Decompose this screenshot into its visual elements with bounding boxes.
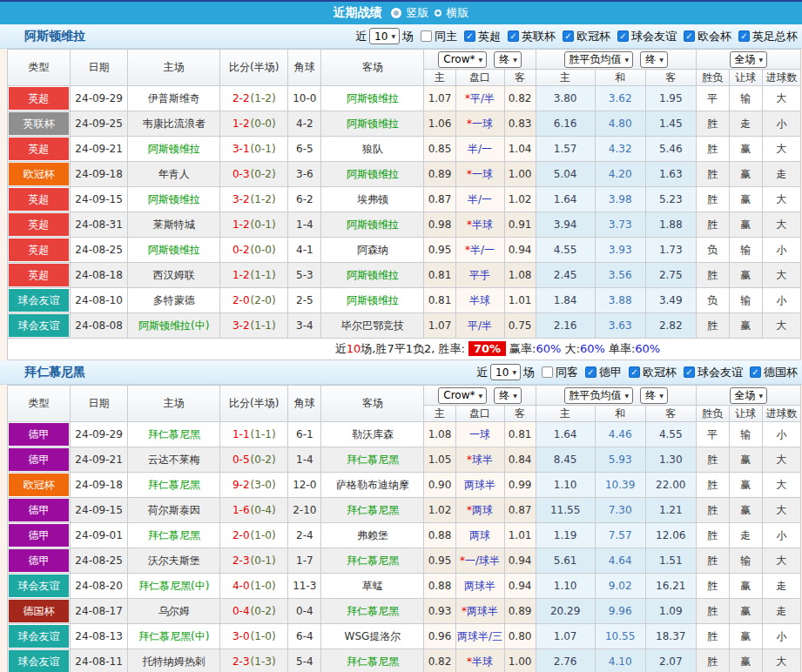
col-away-team: 阿森纳 <box>321 238 424 263</box>
col-handicap: *半/一 <box>455 238 504 263</box>
col-corner: 5-4 <box>288 649 321 672</box>
handicap-text: 平/半 <box>470 92 495 104</box>
match-count-select[interactable]: 10▼ <box>369 28 400 44</box>
league-label: 英足总杯 <box>752 29 798 44</box>
col-handicap: *半球 <box>455 649 504 672</box>
col-goals-result: 大 <box>762 548 800 574</box>
col-competition: 球会友谊 <box>8 649 71 672</box>
fulltime-score: 3-1 <box>233 143 250 155</box>
summary-segment: 60% <box>536 342 561 355</box>
same-venue-checkbox[interactable] <box>421 30 432 42</box>
col-crow-home-odds: 0.87 <box>424 187 455 212</box>
col-handicap-result: 赢 <box>729 498 762 523</box>
col-corner: 10-0 <box>288 86 321 111</box>
col-away-team: WSG提洛尔 <box>321 624 424 649</box>
avg-odds-select[interactable]: 胜平负均值▼ <box>564 387 634 404</box>
col-corner: 0-4 <box>288 599 321 624</box>
col-handicap: 一球 <box>455 422 504 447</box>
col-avg-draw: 3.73 <box>595 212 645 238</box>
th-avg-draw: 和 <box>595 406 645 422</box>
match-count-select[interactable]: 10▼ <box>490 364 521 380</box>
fulltime-score: 2-0 <box>233 294 250 306</box>
col-avg-home: 1.10 <box>536 473 595 498</box>
league-checkbox[interactable]: ✓ <box>464 30 475 42</box>
league-checkbox[interactable]: ✓ <box>629 366 640 378</box>
match-row: 德国杯24-08-17乌尔姆0-4(0-2)0-4拜仁慕尼黑0.93*两球半0.… <box>8 599 801 624</box>
col-crow-away-odds: 1.02 <box>504 187 536 212</box>
vertical-layout-radio[interactable] <box>391 8 401 18</box>
col-avg-draw: 4.80 <box>595 111 645 137</box>
col-competition: 英联杯 <box>8 111 71 137</box>
col-handicap: 两球 <box>455 523 504 548</box>
league-checkbox[interactable]: ✓ <box>563 30 574 42</box>
match-row: 英联杯24-09-25韦康比流浪者1-2(0-0)4-2阿斯顿维拉1.06*一球… <box>8 111 801 137</box>
col-crow-home-odds: 0.95 <box>424 548 455 574</box>
horizontal-layout-radio[interactable] <box>435 10 441 17</box>
col-home-team: 阿斯顿维拉 <box>128 187 220 212</box>
halftime-score: (2-0) <box>251 294 276 306</box>
col-avg-home: 1.07 <box>536 624 595 649</box>
page: 近期战绩 竖版 横版 阿斯顿维拉 近10▼场同主✓英超✓英联杯✓欧冠杯✓球会友谊… <box>0 0 802 672</box>
avg-stage-select[interactable]: 终▼ <box>640 51 668 68</box>
league-checkbox[interactable]: ✓ <box>738 30 750 42</box>
col-corner: 12-0 <box>288 473 321 498</box>
col-result: 负 <box>696 238 729 263</box>
col-avg-draw: 3.62 <box>595 86 645 111</box>
match-row: 球会友谊24-08-13拜仁慕尼黑(中)3-0(1-0)6-4WSG提洛尔0.9… <box>8 624 801 649</box>
competition-badge: 欧冠杯 <box>9 163 69 185</box>
competition-badge: 球会友谊 <box>9 575 69 597</box>
fulltime-score: 3-2 <box>233 193 250 205</box>
th-result-group: 全场▼ <box>696 50 800 70</box>
summary-segment: 赢率: <box>509 342 536 355</box>
col-corner: 6-4 <box>288 624 321 649</box>
league-checkbox[interactable]: ✓ <box>750 366 761 378</box>
col-result: 平 <box>696 86 729 111</box>
col-handicap: *一/球半 <box>455 548 504 574</box>
odds-company-select[interactable]: Crow*▼ <box>438 51 487 68</box>
competition-badge: 英超 <box>9 264 69 286</box>
col-goals-result: 大 <box>762 212 800 238</box>
th-goals-result: 进球数 <box>762 70 800 86</box>
col-competition: 球会友谊 <box>8 313 71 339</box>
col-goals-result: 小 <box>762 523 800 548</box>
avg-odds-select[interactable]: 胜平负均值▼ <box>564 51 634 68</box>
matches-tbody: 德甲24-09-29拜仁慕尼黑1-1(1-1)6-1勒沃库森1.08一球0.81… <box>8 422 801 672</box>
col-crow-home-odds: 0.90 <box>424 473 455 498</box>
col-crow-home-odds: 0.93 <box>424 599 455 624</box>
odds-company-select[interactable]: Crow*▼ <box>438 387 487 404</box>
league-checkbox[interactable]: ✓ <box>684 30 695 42</box>
match-scope-select[interactable]: 全场▼ <box>730 387 768 404</box>
avg-stage-select[interactable]: 终▼ <box>640 387 668 404</box>
th-avg-away: 客 <box>645 70 696 86</box>
col-avg-away: 1.63 <box>645 162 696 187</box>
col-date: 24-09-01 <box>71 523 128 548</box>
league-checkbox[interactable]: ✓ <box>585 366 596 378</box>
th-corner: 角球 <box>288 50 321 86</box>
competition-badge: 英超 <box>9 138 69 160</box>
summary-segment: 60% <box>580 342 605 355</box>
col-crow-away-odds: 0.94 <box>504 574 536 599</box>
col-away-team: 阿斯顿维拉 <box>321 263 424 288</box>
col-score: 0-5(0-2) <box>220 447 288 473</box>
league-checkbox[interactable]: ✓ <box>617 30 629 42</box>
league-checkbox[interactable]: ✓ <box>508 30 519 42</box>
odds-stage-select[interactable]: 终▼ <box>494 387 522 404</box>
col-goals-result: 大 <box>762 137 800 162</box>
match-row: 球会友谊24-08-08阿斯顿维拉(中)3-2(1-1)3-4毕尔巴鄂竞技1.0… <box>8 313 801 339</box>
col-avg-home: 1.64 <box>536 422 595 447</box>
col-result: 胜 <box>696 162 729 187</box>
league-checkbox[interactable]: ✓ <box>684 366 695 378</box>
col-handicap: 两球半 <box>455 574 504 599</box>
col-corner: 3-6 <box>288 162 321 187</box>
same-venue-checkbox[interactable] <box>542 366 553 378</box>
col-result: 胜 <box>696 599 729 624</box>
col-score: 3-0(1-0) <box>220 624 288 649</box>
handicap-text: 半/一 <box>468 193 492 205</box>
col-avg-draw: 10.55 <box>595 624 645 649</box>
odds-stage-select[interactable]: 终▼ <box>494 51 522 68</box>
col-crow-away-odds: 0.89 <box>504 599 536 624</box>
col-score: 2-0(2-0) <box>220 288 288 313</box>
match-scope-select[interactable]: 全场▼ <box>730 51 768 68</box>
col-corner: 6-1 <box>288 422 321 447</box>
col-date: 24-08-08 <box>71 313 128 339</box>
